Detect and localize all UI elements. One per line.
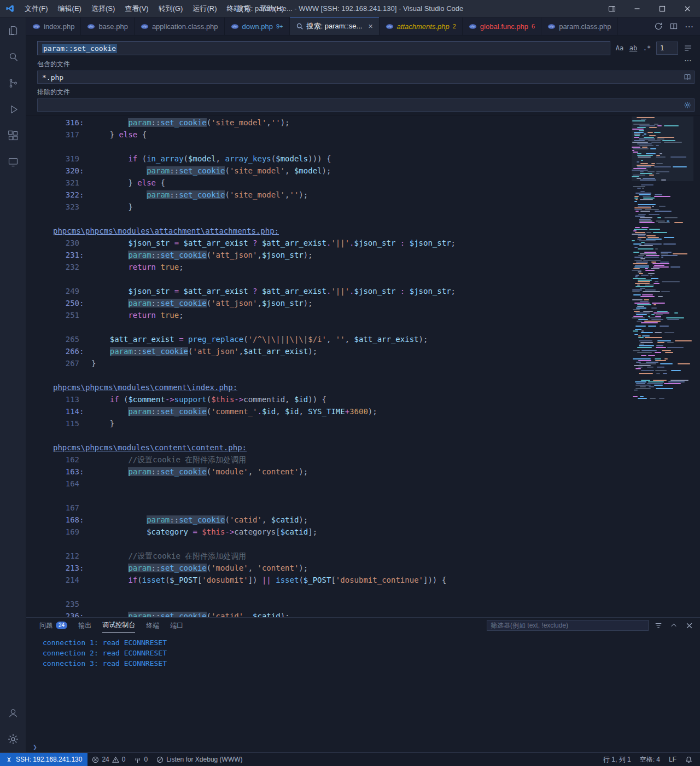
- indentation-status[interactable]: 空格: 4: [635, 753, 664, 766]
- xdebug-status[interactable]: Listen for Xdebug (WWW): [152, 753, 247, 766]
- result-line-267[interactable]: 267}: [26, 357, 700, 369]
- panel-tab-端口[interactable]: 端口: [170, 618, 183, 633]
- menu-item[interactable]: 选择(S): [86, 0, 120, 17]
- result-line-114[interactable]: 114: param::set_cookie('comment_'.$id, $…: [26, 405, 700, 417]
- minimap[interactable]: [632, 117, 693, 412]
- panel-tab-调试控制台[interactable]: 调试控制台: [102, 618, 135, 633]
- close-panel-icon[interactable]: [684, 622, 695, 629]
- minimap-slider[interactable]: [632, 117, 693, 181]
- debug-console-input[interactable]: ❯: [26, 741, 700, 752]
- result-line-319[interactable]: 319 if (in_array($model, array_keys($mod…: [26, 153, 700, 165]
- remote-indicator[interactable]: SSH: 192.168.241.130: [0, 753, 88, 766]
- account-icon[interactable]: [0, 700, 26, 726]
- result-line-232[interactable]: 232 return true;: [26, 261, 700, 273]
- result-file-link[interactable]: phpcms\phpcms\modules\content\content.ph…: [53, 442, 247, 454]
- tab-param.class.php[interactable]: phpparam.class.php: [541, 18, 617, 35]
- menu-item[interactable]: 转到(G): [154, 0, 188, 17]
- search-query-input[interactable]: param::set_cookie: [37, 41, 610, 55]
- sync-icon[interactable]: [652, 20, 665, 33]
- line-number: 214: [26, 574, 79, 586]
- debug-console-output[interactable]: connection 1: read ECONNRESETconnection …: [26, 633, 700, 741]
- search-open-editors-icon[interactable]: [684, 73, 691, 81]
- regex-toggle-icon[interactable]: .*: [641, 42, 653, 54]
- search-icon[interactable]: [0, 44, 26, 70]
- files-include-input[interactable]: *.php: [37, 71, 695, 84]
- match-case-toggle-icon[interactable]: Aa: [614, 42, 626, 54]
- menu-item[interactable]: 运行(R): [188, 0, 221, 17]
- result-line-236[interactable]: 236: param::set_cookie('catid', $catid);: [26, 610, 700, 617]
- tab-search-results[interactable]: 搜索: param::se...×: [290, 18, 380, 35]
- files-exclude-input[interactable]: [37, 98, 695, 112]
- whole-word-toggle-icon[interactable]: ab: [627, 42, 639, 54]
- panel-tab-label: 调试控制台: [102, 620, 135, 630]
- result-line-322[interactable]: 322: param::set_cookie('site_model','');: [26, 189, 700, 201]
- tab-attachments.php[interactable]: phpattachments.php2: [380, 18, 463, 35]
- extensions-icon[interactable]: [0, 123, 26, 149]
- result-line-249[interactable]: 249 $json_str = $att_arr_exist ? $att_ar…: [26, 285, 700, 297]
- panel-filter-input[interactable]: [487, 620, 649, 631]
- ports-status[interactable]: 0: [130, 753, 152, 766]
- search-results-editor[interactable]: 316: param::set_cookie('site_model','');…: [26, 115, 700, 617]
- context-lines-input[interactable]: 1: [656, 42, 678, 55]
- result-line-163[interactable]: 163: param::set_cookie('module', 'conten…: [26, 466, 700, 478]
- layout-toggle-icon[interactable]: [599, 0, 625, 17]
- filter-lines-icon[interactable]: [653, 622, 664, 629]
- source-control-icon[interactable]: [0, 70, 26, 96]
- result-line-317[interactable]: 317 } else {: [26, 129, 700, 141]
- result-line-212[interactable]: 212 //设置cookie 在附件添加处调用: [26, 550, 700, 562]
- result-line-168[interactable]: 168: param::set_cookie('catid', $catid);: [26, 514, 700, 526]
- maximize-button[interactable]: [650, 0, 675, 17]
- menu-item[interactable]: 编辑(E): [53, 0, 86, 17]
- problems-status[interactable]: 24 0: [88, 753, 130, 766]
- tab-global.func.php[interactable]: phpglobal.func.php6: [463, 18, 541, 35]
- remote-explorer-icon[interactable]: [0, 149, 26, 175]
- cursor-position[interactable]: 行 1, 列 1: [599, 753, 635, 766]
- result-line-214[interactable]: 214 if(isset($_POST['dosubmit']) || isse…: [26, 574, 700, 586]
- result-line-164[interactable]: 164: [26, 478, 700, 490]
- result-line-235[interactable]: 235: [26, 598, 700, 610]
- explorer-icon[interactable]: [0, 18, 26, 44]
- panel-tab-输出[interactable]: 输出: [78, 618, 91, 633]
- result-file-link[interactable]: phpcms\phpcms\modules\comment\index.php:: [53, 381, 237, 393]
- result-line-321[interactable]: 321 } else {: [26, 177, 700, 189]
- exclude-settings-gear-icon[interactable]: [684, 101, 691, 109]
- maximize-panel-icon[interactable]: [668, 622, 679, 629]
- tab-base.php[interactable]: phpbase.php: [81, 18, 135, 35]
- problems-count-badge: 24: [56, 622, 67, 629]
- result-line-213[interactable]: 213: param::set_cookie('module', 'conten…: [26, 562, 700, 574]
- result-line-251[interactable]: 251 return true;: [26, 309, 700, 321]
- panel-tab-终端[interactable]: 终端: [146, 618, 159, 633]
- toggle-search-details-icon[interactable]: [681, 42, 695, 55]
- tab-down.php[interactable]: phpdown.php9+: [225, 18, 290, 35]
- result-line-250[interactable]: 250: param::set_cookie('att_json',$json_…: [26, 297, 700, 309]
- tab-close-icon[interactable]: ×: [368, 22, 372, 30]
- split-editor-icon[interactable]: [667, 20, 680, 33]
- result-line-265[interactable]: 265 $att_arr_exist = preg_replace('/^\|\…: [26, 333, 700, 345]
- result-line-162[interactable]: 162 //设置cookie 在附件添加处调用: [26, 454, 700, 466]
- result-line-115[interactable]: 115 }: [26, 417, 700, 430]
- result-line-323[interactable]: 323 }: [26, 201, 700, 213]
- results-lines: 316: param::set_cookie('site_model','');…: [26, 117, 700, 617]
- result-line-266[interactable]: 266: param::set_cookie('att_json',$att_a…: [26, 345, 700, 357]
- result-line-167[interactable]: 167: [26, 502, 700, 514]
- result-line-320[interactable]: 320: param::set_cookie('site_model', $mo…: [26, 165, 700, 177]
- eol-status[interactable]: LF: [664, 753, 681, 766]
- minimize-button[interactable]: [625, 0, 650, 17]
- menu-item[interactable]: 查看(V): [120, 0, 153, 17]
- result-line-169[interactable]: 169 $category = $this->categorys[$catid]…: [26, 526, 700, 538]
- result-file-link[interactable]: phpcms\phpcms\modules\attachment\attachm…: [53, 225, 279, 237]
- tab-index.php[interactable]: phpindex.php: [26, 18, 81, 35]
- run-debug-icon[interactable]: [0, 96, 26, 123]
- search-more-actions-icon[interactable]: ⋯: [684, 56, 692, 65]
- settings-gear-icon[interactable]: [0, 726, 26, 752]
- result-line-230[interactable]: 230 $json_str = $att_arr_exist ? $att_ar…: [26, 237, 700, 249]
- editor-more-actions-icon[interactable]: ⋯: [682, 20, 696, 33]
- tab-application.class.php[interactable]: phpapplication.class.php: [135, 18, 225, 35]
- notifications-bell-icon[interactable]: [681, 753, 697, 766]
- result-line-113[interactable]: 113 if ($comment->support($this->comment…: [26, 393, 700, 405]
- result-line-231[interactable]: 231: param::set_cookie('att_json',$json_…: [26, 249, 700, 261]
- menu-item[interactable]: 文件(F): [20, 0, 53, 17]
- panel-tab-问题[interactable]: 问题24: [39, 618, 67, 633]
- close-button[interactable]: [675, 0, 700, 17]
- result-line-316[interactable]: 316: param::set_cookie('site_model','');: [26, 117, 700, 129]
